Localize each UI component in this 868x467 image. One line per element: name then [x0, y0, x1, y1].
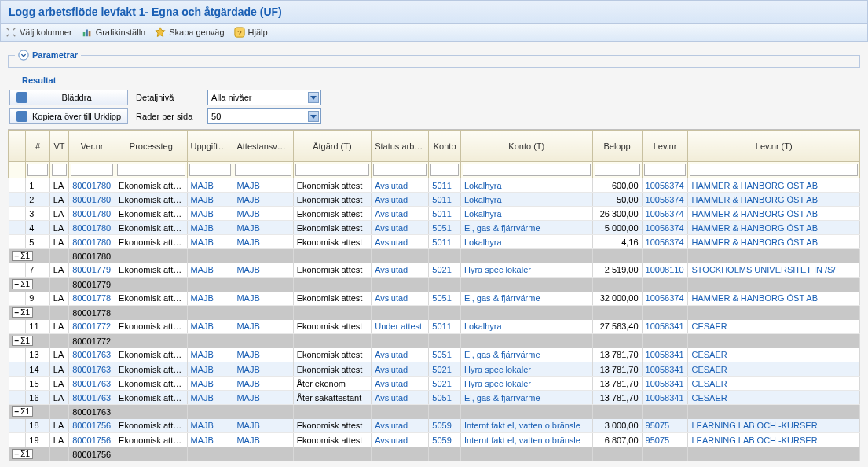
- choose-columns-button[interactable]: Välj kolumner: [5, 27, 72, 38]
- column-header[interactable]: Lev.nr (T): [688, 131, 860, 162]
- table-row[interactable]: 14LA80001763Ekonomisk attestMAJBMAJBEkon…: [9, 362, 860, 377]
- cell-link[interactable]: Lokalhyra: [464, 181, 502, 190]
- column-header[interactable]: Processteg: [115, 131, 187, 162]
- cell-link[interactable]: Lokalhyra: [464, 209, 502, 219]
- cell-link[interactable]: Avslutad: [375, 293, 408, 303]
- cell-link[interactable]: CESAER: [691, 393, 727, 403]
- cell-link[interactable]: 10056374: [646, 237, 684, 247]
- cell-link[interactable]: 10056374: [646, 223, 684, 233]
- cell-link[interactable]: MAJB: [236, 436, 259, 445]
- column-filter-input[interactable]: [373, 164, 427, 176]
- table-row[interactable]: 3LA80001780Ekonomisk attestMAJBMAJBEkono…: [9, 207, 860, 221]
- cell-link[interactable]: Internt fakt el, vatten o bränsle: [464, 421, 580, 430]
- cell-link[interactable]: CESAER: [691, 379, 727, 388]
- cell-link[interactable]: MAJB: [191, 181, 214, 190]
- cell-link[interactable]: MAJB: [236, 265, 259, 274]
- cell-link[interactable]: MAJB: [191, 365, 214, 374]
- cell-link[interactable]: MAJB: [191, 209, 214, 219]
- column-filter-input[interactable]: [644, 164, 687, 176]
- cell-link[interactable]: 5059: [432, 421, 451, 430]
- cell-link[interactable]: HAMMER & HANBORG ÖST AB: [691, 293, 818, 303]
- cell-link[interactable]: MAJB: [191, 350, 214, 359]
- cell-link[interactable]: 80001780: [72, 209, 111, 219]
- collapse-sum-button[interactable]: Σ1: [12, 406, 34, 417]
- table-row[interactable]: 9LA80001778Ekonomisk attestMAJBMAJBEkono…: [9, 292, 860, 306]
- cell-link[interactable]: Avslutad: [375, 421, 408, 430]
- cell-link[interactable]: 10056374: [646, 181, 684, 190]
- cell-link[interactable]: MAJB: [236, 379, 259, 388]
- table-row[interactable]: 19LA80001756Ekonomisk attestMAJBMAJBEkon…: [9, 433, 860, 447]
- cell-link[interactable]: Avslutad: [375, 365, 408, 374]
- cell-link[interactable]: 5011: [432, 209, 451, 219]
- column-header[interactable]: [9, 131, 26, 162]
- browse-button[interactable]: Bläddra: [9, 90, 128, 105]
- cell-link[interactable]: MAJB: [191, 265, 214, 274]
- cell-link[interactable]: MAJB: [236, 237, 259, 247]
- cell-link[interactable]: MAJB: [191, 322, 214, 331]
- cell-link[interactable]: MAJB: [236, 393, 259, 403]
- cell-link[interactable]: HAMMER & HANBORG ÖST AB: [691, 209, 818, 219]
- column-filter-input[interactable]: [27, 164, 47, 176]
- detail-level-select[interactable]: Alla nivåer: [207, 90, 321, 105]
- column-header[interactable]: VT: [49, 131, 68, 162]
- column-header[interactable]: #: [26, 131, 49, 162]
- cell-link[interactable]: 10056374: [646, 293, 684, 303]
- cell-link[interactable]: 80001763: [72, 350, 111, 359]
- cell-link[interactable]: 5011: [432, 181, 451, 190]
- column-filter-input[interactable]: [430, 164, 459, 176]
- cell-link[interactable]: 10058341: [646, 322, 684, 331]
- column-filter-input[interactable]: [117, 164, 185, 176]
- column-header[interactable]: Attestansvarig: [233, 131, 293, 162]
- cell-link[interactable]: 80001772: [72, 322, 111, 331]
- cell-link[interactable]: Under attest: [375, 322, 422, 331]
- column-filter-input[interactable]: [595, 164, 640, 176]
- table-row[interactable]: 13LA80001763Ekonomisk attestMAJBMAJBEkon…: [9, 348, 860, 362]
- cell-link[interactable]: 80001763: [72, 365, 111, 374]
- cell-link[interactable]: CESAER: [691, 365, 727, 374]
- cell-link[interactable]: Avslutad: [375, 209, 408, 219]
- cell-link[interactable]: Hyra spec lokaler: [464, 379, 531, 388]
- cell-link[interactable]: HAMMER & HANBORG ÖST AB: [691, 181, 818, 190]
- table-row[interactable]: 7LA80001779Ekonomisk attestMAJBMAJBEkono…: [9, 263, 860, 278]
- cell-link[interactable]: MAJB: [191, 379, 214, 388]
- cell-link[interactable]: 80001780: [72, 237, 111, 247]
- cell-link[interactable]: MAJB: [236, 181, 259, 190]
- table-row[interactable]: 15LA80001763Ekonomisk attestMAJBMAJBÅter…: [9, 377, 860, 391]
- cell-link[interactable]: Hyra spec lokaler: [464, 365, 531, 374]
- cell-link[interactable]: El, gas & fjärrvärme: [464, 393, 540, 403]
- cell-link[interactable]: 80001780: [72, 195, 111, 204]
- cell-link[interactable]: Avslutad: [375, 393, 408, 403]
- cell-link[interactable]: 5021: [432, 265, 451, 274]
- table-row[interactable]: 4LA80001780Ekonomisk attestMAJBMAJBEkono…: [9, 221, 860, 235]
- cell-link[interactable]: 10058341: [646, 393, 684, 403]
- cell-link[interactable]: 80001780: [72, 181, 111, 190]
- cell-link[interactable]: CESAER: [691, 322, 727, 331]
- cell-link[interactable]: Lokalhyra: [464, 195, 502, 204]
- cell-link[interactable]: Avslutad: [375, 181, 408, 190]
- cell-link[interactable]: 5059: [432, 436, 451, 445]
- cell-link[interactable]: 5051: [432, 293, 451, 303]
- cell-link[interactable]: 5011: [432, 195, 451, 204]
- cell-link[interactable]: Avslutad: [375, 436, 408, 445]
- cell-link[interactable]: Avslutad: [375, 265, 408, 274]
- column-filter-input[interactable]: [71, 164, 113, 176]
- cell-link[interactable]: HAMMER & HANBORG ÖST AB: [691, 223, 818, 233]
- cell-link[interactable]: Avslutad: [375, 223, 408, 233]
- column-header[interactable]: Uppgiften bearbetad av: [187, 131, 233, 162]
- collapse-sum-button[interactable]: Σ1: [12, 279, 34, 289]
- cell-link[interactable]: 80001756: [72, 436, 111, 445]
- parameters-toggle[interactable]: Parametrar: [15, 50, 81, 61]
- column-header[interactable]: Konto (T): [460, 131, 592, 162]
- copy-clipboard-button[interactable]: Kopiera över till Urklipp: [9, 108, 128, 124]
- column-filter-input[interactable]: [52, 164, 67, 176]
- column-header[interactable]: Konto: [429, 131, 461, 162]
- cell-link[interactable]: Lokalhyra: [464, 237, 502, 247]
- cell-link[interactable]: Avslutad: [375, 195, 408, 204]
- cell-link[interactable]: 95075: [646, 421, 670, 430]
- table-row[interactable]: 18LA80001756Ekonomisk attestMAJBMAJBEkon…: [9, 419, 860, 433]
- table-row[interactable]: 2LA80001780Ekonomisk attestMAJBMAJBEkono…: [9, 193, 860, 207]
- cell-link[interactable]: MAJB: [191, 421, 214, 430]
- graph-settings-button[interactable]: Grafikinställn: [82, 27, 146, 38]
- cell-link[interactable]: MAJB: [236, 421, 259, 430]
- table-row[interactable]: 16LA80001763Ekonomisk attestMAJBMAJBÅter…: [9, 391, 860, 405]
